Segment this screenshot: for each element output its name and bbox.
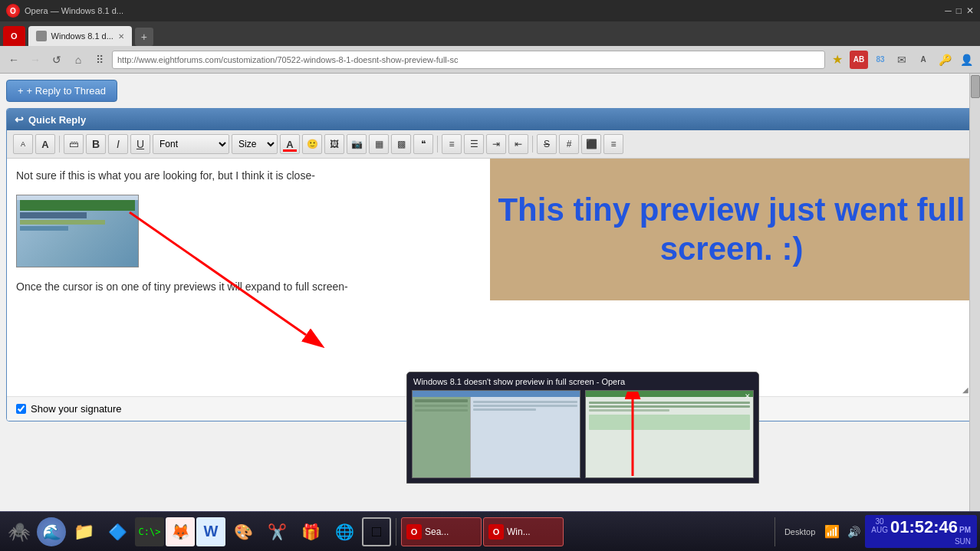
bold-btn[interactable]: B [86,134,106,154]
font-select[interactable]: Font [153,134,229,154]
thumb2-block [589,415,750,430]
clock-time-section: 01:52:46 PM SUN [890,517,971,546]
indent-btn[interactable]: ⇥ [486,134,506,154]
image2-btn[interactable]: 📷 [347,134,367,154]
signature-label: Show your signature [31,403,122,415]
image-btn[interactable]: 🖼 [324,134,344,154]
window-close-btn[interactable]: ✕ [966,5,974,16]
quote-btn[interactable]: ❝ [413,134,433,154]
taskbar-clock[interactable]: 30 AUG 01:52:46 PM SUN [865,515,977,548]
clock-display: 30 AUG 01:52:46 PM SUN [871,517,971,546]
taskbar-icon-12[interactable]: □ [362,517,391,546]
signature-checkbox[interactable] [16,404,26,414]
opera-tab[interactable]: O [3,26,25,46]
adblock-btn[interactable]: AB [850,51,868,69]
smiley-btn[interactable]: 🙂 [302,134,322,154]
underline-btn[interactable]: U [130,134,150,154]
toolbar-sep-3 [532,136,533,153]
taskbar-volume-icon[interactable]: 🔊 [844,526,863,538]
editor-area[interactable]: Not sure if this is what you are looking… [7,159,973,396]
toolbar-sep-2 [437,136,438,153]
window-maximize-btn[interactable]: □ [956,5,962,16]
new-tab-btn[interactable]: + [135,28,153,46]
active-tab[interactable]: Windows 8.1 d... ✕ [28,26,132,46]
special-btn[interactable]: ⬛ [581,134,601,154]
reply-to-thread-btn[interactable]: + + Reply to Thread [6,80,117,102]
thumb1-main-line1 [473,401,577,403]
font-smaller-btn[interactable]: A [13,134,33,154]
font-color-btn[interactable]: A [280,134,300,154]
align-btn[interactable]: ≡ [603,134,623,154]
color-indicator [283,149,297,152]
thumb1-main-line3 [473,408,535,411]
bookmarks-btn[interactable]: ★ [828,51,847,69]
profile-btn[interactable]: 👤 [957,51,975,69]
strikethrough-btn[interactable]: S [537,134,557,154]
font-larger-btn[interactable]: A [35,134,55,154]
taskbar-icon-7[interactable]: W [196,517,225,546]
taskbar-icon-10[interactable]: 🎁 [294,516,327,548]
outdent-btn[interactable]: ⇤ [508,134,528,154]
app-opera-icon-2: O [488,524,504,540]
taskbar-desktop-label[interactable]: Desktop [780,527,820,536]
forward-btn[interactable]: → [26,51,44,69]
color-a-label: A [286,139,293,150]
tab-close-btn[interactable]: ✕ [118,32,124,41]
italic-btn[interactable]: I [108,134,128,154]
list-ul-btn[interactable]: ≡ [442,134,462,154]
table-btn[interactable]: ▦ [369,134,389,154]
page-scrollbar-thumb[interactable] [971,75,980,98]
clock-time-value: 01:52:46 [890,517,958,537]
taskbar-separator [396,518,396,546]
taskbar-icon-9[interactable]: ✂️ [261,516,293,548]
taskbar-icon-8[interactable]: 🎨 [227,516,259,548]
taskbar-thumb-1[interactable] [412,390,580,478]
lastpass-btn[interactable]: 🔑 [936,51,954,69]
taskbar-icon-2[interactable]: 🌊 [37,517,66,546]
taskbar-app-search-label: Sea... [425,526,449,537]
taskbar-icon-5[interactable]: C:\> [135,517,164,546]
list-ol-btn[interactable]: ☰ [464,134,484,154]
screenshot-bar-1 [20,200,135,211]
size-select[interactable]: Size [232,134,278,154]
screenshot-thumbnail [16,195,139,267]
editor-toolbar: A A 🗃 B I U Font Size [7,130,973,159]
hash-btn[interactable]: # [559,134,579,154]
thumb2-close-btn[interactable]: ✕ [745,392,751,400]
title-bar-text: Opera — Windows 8.1 d... [25,6,123,15]
taskbar-icon-6[interactable]: 🦊 [166,517,195,546]
thumb1-sidebar-line3 [415,409,468,412]
window-minimize-btn[interactable]: ─ [945,5,952,16]
mail-btn[interactable]: ✉ [893,51,911,69]
taskbar-thumb-2[interactable]: ✕ [585,390,754,478]
app-opera-icon-1: O [406,524,422,540]
taskbar-icon-1[interactable]: 🕷️ [3,516,35,548]
thumb1-main-line2 [473,405,577,407]
reply-arrow-icon: ↩ [15,113,24,126]
taskbar-icon-4[interactable]: 🔷 [101,516,133,548]
thumb1-content [413,397,580,477]
taskbar-network-icon[interactable]: 📶 [821,524,843,539]
reply-btn-label: + Reply to Thread [27,85,106,97]
amazon-btn[interactable]: A [914,51,932,69]
home-btn[interactable]: ⌂ [69,51,87,69]
clock-date-num: 30 [876,517,884,526]
refresh-btn[interactable]: ↺ [48,51,66,69]
format-btn[interactable]: 🗃 [64,134,84,154]
address-bar[interactable]: http://www.eightforums.com/customization… [112,51,825,69]
taskbar-right-separator [774,517,775,546]
taskbar-app-btn-win[interactable]: O Win... [483,517,564,546]
thumb1-main [471,397,580,477]
back-btn[interactable]: ← [5,51,23,69]
thumb1-sidebar [413,397,471,477]
extensions-btn[interactable]: ⠿ [90,51,109,69]
taskbar-icon-11[interactable]: 🌐 [328,516,360,548]
taskbar-icon-3[interactable]: 📁 [67,516,100,548]
table2-btn[interactable]: ▩ [391,134,411,154]
turbo-btn[interactable]: 83 [871,51,890,69]
taskbar-app-btn-search[interactable]: O Sea... [401,517,482,546]
taskbar-app-win-label: Win... [507,526,531,537]
taskbar-icons-row: 🕷️ 🌊 📁 🔷 C:\> 🦊 W 🎨 ✂️ 🎁 🌐 □ O Sea... O [0,511,980,551]
thumb2-line2 [589,405,750,408]
page-scrollbar[interactable] [969,74,980,551]
